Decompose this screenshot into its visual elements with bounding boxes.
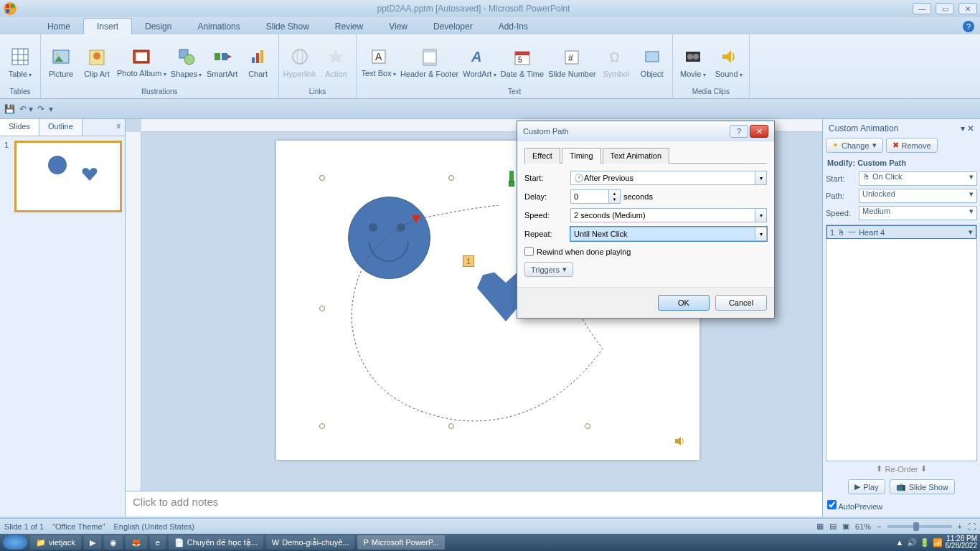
slidenumber-button[interactable]: #Slide Number bbox=[548, 46, 596, 78]
picture-button[interactable]: Picture bbox=[45, 45, 77, 78]
sound-icon[interactable] bbox=[674, 435, 685, 447]
svg-text:#: # bbox=[568, 53, 573, 63]
taskbar-powerpoint[interactable]: P Microsoft PowerP... bbox=[357, 535, 444, 550]
save-icon[interactable]: 💾 bbox=[4, 104, 15, 114]
table-button[interactable]: Table bbox=[4, 45, 36, 78]
slides-panel: Slides Outline x 1 bbox=[0, 119, 126, 517]
tab-slideshow[interactable]: Slide Show bbox=[253, 19, 322, 34]
fit-icon[interactable]: ⛶ bbox=[968, 522, 976, 531]
taskbar-explorer[interactable]: 📁 vietjack bbox=[30, 535, 81, 550]
svg-rect-35 bbox=[515, 52, 529, 55]
svg-text:A: A bbox=[471, 49, 481, 65]
tab-insert[interactable]: Insert bbox=[83, 18, 132, 34]
tab-developer[interactable]: Developer bbox=[420, 19, 486, 34]
office-button[interactable] bbox=[3, 1, 29, 16]
zoom-out-icon[interactable]: − bbox=[877, 522, 881, 531]
autopreview-checkbox[interactable]: AutoPreview bbox=[826, 497, 977, 514]
smiley-shape[interactable] bbox=[348, 197, 430, 279]
shapes-button[interactable]: Shapes bbox=[171, 45, 202, 78]
svg-point-18 bbox=[184, 55, 194, 65]
text-animation-tab[interactable]: Text Animation bbox=[603, 148, 670, 164]
remove-button[interactable]: ✖Remove bbox=[886, 138, 938, 153]
taskbar-mediaplayer[interactable]: ▶ bbox=[84, 535, 101, 550]
delay-spinner[interactable]: 0▲▼ bbox=[570, 189, 621, 204]
slide-thumbnail[interactable] bbox=[14, 141, 122, 212]
redo-icon[interactable]: ↷ bbox=[37, 104, 44, 114]
datetime-button[interactable]: 5Date & Time bbox=[501, 46, 545, 78]
title-bar: pptD2AA.pptm [Autosaved] - Microsoft Pow… bbox=[0, 0, 980, 17]
tab-review[interactable]: Review bbox=[322, 19, 376, 34]
qat-row: 💾 ↶ ▾ ↷ ▾ bbox=[0, 99, 980, 119]
cancel-button[interactable]: Cancel bbox=[715, 295, 767, 311]
undo-icon[interactable]: ↶ ▾ bbox=[19, 104, 33, 114]
slideshow-button[interactable]: 📺 Slide Show bbox=[890, 479, 955, 494]
zoom-slider[interactable] bbox=[887, 525, 952, 528]
dialog-close-button[interactable]: ✕ bbox=[750, 125, 768, 138]
play-button[interactable]: ▶ Play bbox=[848, 479, 885, 494]
movie-button[interactable]: Movie bbox=[677, 45, 709, 78]
tab-animations[interactable]: Animations bbox=[184, 19, 253, 34]
object-button[interactable]: Object bbox=[636, 45, 668, 78]
pane-dropdown-icon[interactable]: ▾ ✕ bbox=[961, 123, 974, 133]
effect-tab[interactable]: Effect bbox=[524, 148, 560, 164]
dialog-help-icon[interactable]: ? bbox=[730, 125, 748, 138]
clock[interactable]: 11:28 PM6/28/2022 bbox=[946, 535, 978, 550]
taskbar-firefox[interactable]: 🦊 bbox=[126, 535, 147, 550]
speed-combo[interactable]: 2 seconds (Medium)▾ bbox=[570, 208, 767, 222]
tray-icon[interactable]: ▲ bbox=[896, 538, 904, 547]
outline-tab[interactable]: Outline bbox=[39, 119, 83, 136]
timing-tab[interactable]: Timing bbox=[562, 148, 601, 164]
panel-close-icon[interactable]: x bbox=[113, 119, 126, 136]
svg-rect-4 bbox=[11, 9, 14, 13]
svg-rect-24 bbox=[260, 50, 263, 63]
sound-button[interactable]: Sound bbox=[713, 45, 745, 78]
notes-pane[interactable]: Click to add notes bbox=[126, 491, 822, 517]
change-button[interactable]: ✦Change ▾ bbox=[826, 138, 883, 153]
minimize-button[interactable]: — bbox=[913, 3, 931, 14]
clipart-button[interactable]: Clip Art bbox=[81, 46, 113, 78]
tab-view[interactable]: View bbox=[376, 19, 420, 34]
svg-marker-44 bbox=[722, 50, 731, 63]
rewind-checkbox[interactable]: Rewind when done playing bbox=[524, 247, 767, 256]
animation-item[interactable]: 1🖱〰Heart 4▾ bbox=[826, 225, 976, 239]
pane-title: Custom Animation bbox=[829, 123, 898, 133]
chart-button[interactable]: Chart bbox=[242, 45, 274, 78]
wordart-button[interactable]: AWordArt bbox=[463, 45, 496, 78]
start-button[interactable] bbox=[3, 535, 27, 550]
help-icon[interactable]: ? bbox=[963, 21, 974, 32]
photoalbum-button[interactable]: Photo Album bbox=[117, 45, 166, 78]
ok-button[interactable]: OK bbox=[658, 295, 710, 311]
animation-list[interactable]: 1🖱〰Heart 4▾ bbox=[826, 225, 977, 461]
tab-addins[interactable]: Add-Ins bbox=[486, 19, 541, 34]
taskbar-foxit[interactable]: 📄 Chuyên đề học tậ... bbox=[169, 535, 263, 550]
taskbar-word[interactable]: W Demo-giải-chuyê... bbox=[266, 535, 355, 550]
reorder-up-icon[interactable]: ⬆ bbox=[876, 464, 882, 474]
tab-home[interactable]: Home bbox=[34, 19, 83, 34]
slides-tab[interactable]: Slides bbox=[0, 119, 39, 136]
close-button[interactable]: ✕ bbox=[958, 3, 977, 14]
tray-icon[interactable]: 📶 bbox=[933, 538, 943, 547]
tray-icon[interactable]: 🔊 bbox=[907, 538, 917, 547]
taskbar-ie[interactable]: e bbox=[150, 535, 166, 550]
language-indicator[interactable]: English (United States) bbox=[113, 522, 194, 531]
triggers-button[interactable]: Triggers ▾ bbox=[524, 262, 573, 277]
repeat-combo[interactable]: Until Next Click▾ bbox=[570, 227, 767, 241]
tab-design[interactable]: Design bbox=[132, 19, 184, 34]
start-select[interactable]: 🖱 On Click▾ bbox=[859, 171, 977, 186]
textbox-button[interactable]: AText Box bbox=[361, 45, 395, 78]
tray-icon[interactable]: 🔋 bbox=[920, 538, 930, 547]
zoom-level[interactable]: 61% bbox=[855, 522, 871, 531]
zoom-in-icon[interactable]: + bbox=[958, 522, 962, 531]
taskbar-chrome[interactable]: ◉ bbox=[104, 535, 123, 550]
path-select[interactable]: Unlocked▾ bbox=[859, 189, 977, 203]
view-sorter-icon[interactable]: ▤ bbox=[829, 522, 837, 531]
maximize-button[interactable]: ▭ bbox=[936, 3, 954, 14]
headerfooter-button[interactable]: Header & Footer bbox=[400, 46, 458, 78]
reorder-down-icon[interactable]: ⬇ bbox=[920, 464, 927, 474]
view-normal-icon[interactable]: ▦ bbox=[816, 522, 824, 531]
svg-point-0 bbox=[4, 2, 17, 15]
start-combo[interactable]: 🕐 After Previous▾ bbox=[570, 171, 767, 185]
smartart-button[interactable]: SmartArt bbox=[207, 45, 238, 78]
view-slideshow-icon[interactable]: ▣ bbox=[842, 522, 849, 531]
speed-select[interactable]: Medium▾ bbox=[859, 206, 977, 220]
